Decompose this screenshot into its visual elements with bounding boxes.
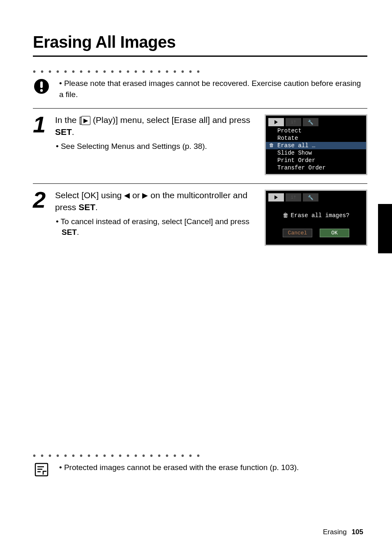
arrow-left-icon: ◀	[124, 191, 130, 199]
cam-menu-item: Slide Show	[266, 149, 366, 157]
cam-menu-item: Rotate	[266, 134, 366, 142]
camera-menu-screenshot: ï† 🔧 Protect Rotate 🗑Erase all … Slide S…	[265, 114, 367, 175]
page-footer: Erasing105	[323, 528, 363, 536]
play-icon: ▶	[81, 116, 90, 125]
section-tab	[378, 204, 392, 253]
caution-icon	[33, 78, 50, 95]
arrow-right-icon: ▶	[142, 191, 148, 199]
dotted-divider-bottom: ••••••••••••••••••••••	[33, 452, 367, 460]
dotted-divider-top: ••••••••••••••••••••••	[33, 67, 367, 76]
cam-menu-item: Print Order	[266, 157, 366, 164]
cam-dialog-text: 🗑Erase all images?	[270, 212, 362, 219]
step1-heading: In the [▶ (Play)] menu, select [Erase al…	[55, 114, 257, 138]
title-underline	[33, 56, 367, 57]
step-number-1: 1	[33, 114, 48, 175]
cam-tab-setup: ï†	[286, 118, 301, 126]
cam-tab-play	[268, 193, 284, 202]
note-icon	[34, 462, 49, 477]
cam-tab-tools: 🔧	[303, 193, 318, 202]
svg-rect-1	[40, 81, 43, 88]
step-number-2: 2	[33, 190, 48, 246]
cam-tab-setup: ï†	[286, 193, 301, 202]
cam-cancel-button: Cancel	[283, 229, 312, 237]
cam-menu-item: Protect	[266, 127, 366, 134]
cam-menu-item-selected: 🗑Erase all …	[266, 142, 366, 149]
page-title: Erasing All Images	[33, 33, 367, 51]
cam-menu-item: Transfer Order	[266, 164, 366, 171]
step1-sub: • See Selecting Menus and Settings (p. 3…	[55, 141, 257, 152]
trash-icon: 🗑	[269, 142, 274, 148]
step2-sub: • To cancel instead of erasing, select […	[55, 216, 257, 238]
divider	[33, 108, 367, 109]
step2-heading: Select [OK] using ◀ or ▶ on the multicon…	[55, 190, 257, 213]
cam-tab-tools: 🔧	[303, 118, 318, 126]
trash-icon: 🗑	[283, 212, 288, 219]
cam-ok-button: OK	[320, 229, 349, 237]
note-text: • Protected images cannot be erased with…	[59, 462, 299, 473]
camera-confirm-screenshot: ï† 🔧 🗑Erase all images? Cancel OK	[265, 190, 367, 246]
cam-tab-play	[268, 118, 284, 126]
svg-point-2	[40, 89, 43, 92]
caution-text: • Please note that erased images cannot …	[59, 78, 367, 100]
divider	[33, 183, 367, 184]
